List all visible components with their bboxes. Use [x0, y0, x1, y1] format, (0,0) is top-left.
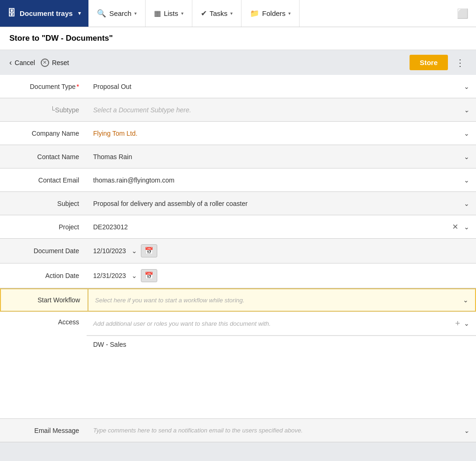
project-row: Project DE2023012 ✕ ⌄: [0, 215, 476, 239]
action-date-field[interactable]: 12/31/2023 ⌄ 📅: [87, 263, 476, 288]
doc-date-field[interactable]: 12/10/2023 ⌄ 📅: [87, 239, 476, 263]
folders-icon: 📁: [250, 9, 259, 18]
project-field[interactable]: DE2023012 ✕ ⌄: [87, 215, 476, 238]
folders-chevron-icon: ▾: [288, 11, 291, 16]
email-row: Email Message Type comments here to send…: [0, 419, 476, 442]
reset-label: Reset: [52, 59, 69, 66]
doc-trays-icon: 🗄: [7, 8, 16, 18]
subject-field[interactable]: Proposal for delivery and assembly of a …: [87, 192, 476, 215]
contact-email-chevron-icon[interactable]: ⌄: [464, 176, 469, 184]
contact-name-chevron-icon[interactable]: ⌄: [464, 153, 469, 161]
access-value: DW - Sales: [93, 341, 126, 348]
company-name-label: Company Name: [0, 122, 87, 145]
contact-email-row: Contact Email thomas.rain@flyingtom.com …: [0, 168, 476, 192]
page-title-bar: Store to "DW - Documents": [0, 27, 476, 50]
access-add-button[interactable]: +: [455, 319, 460, 329]
company-name-row: Company Name Flying Tom Ltd. ⌄: [0, 122, 476, 145]
action-date-label: Action Date: [0, 263, 87, 288]
search-label: Search: [109, 9, 132, 17]
store-label: Store: [420, 59, 438, 66]
contact-name-value: Thomas Rain: [93, 153, 460, 161]
action-date-chevron-icon[interactable]: ⌄: [132, 272, 137, 279]
doc-type-label: Document Type*: [0, 75, 87, 98]
access-area: Add additional user or roles you want to…: [87, 312, 476, 418]
contact-name-field[interactable]: Thomas Rain ⌄: [87, 145, 476, 168]
doc-trays-label: Document trays: [20, 9, 73, 17]
doc-trays-nav[interactable]: 🗄 Document trays ▾: [0, 0, 88, 27]
contact-email-label: Contact Email: [0, 168, 87, 191]
subject-value: Proposal for delivery and assembly of a …: [93, 200, 460, 207]
company-name-value: Flying Tom Ltd.: [93, 130, 460, 137]
folders-nav-item[interactable]: 📁 Folders ▾: [242, 0, 300, 27]
project-chevron-icon[interactable]: ⌄: [464, 223, 469, 231]
doc-type-chevron-icon[interactable]: ⌄: [464, 83, 469, 90]
lists-icon: ▦: [154, 9, 161, 18]
lists-nav-item[interactable]: ▦ Lists ▾: [146, 0, 192, 27]
action-date-wrap: 12/31/2023 ⌄ 📅: [93, 269, 157, 282]
toolbar: ‹ Cancel ✕ Reset Store ⋮: [0, 50, 476, 75]
monitor-icon[interactable]: ⬜: [457, 8, 469, 19]
subtype-placeholder: Select a Document Subtype here.: [93, 106, 460, 114]
workflow-label: Start Workflow: [1, 289, 88, 311]
lists-chevron-icon: ▾: [181, 11, 183, 16]
access-value-row: DW - Sales: [87, 336, 476, 353]
doc-date-select[interactable]: 12/10/2023 ⌄: [93, 247, 137, 255]
doc-date-label: Document Date: [0, 239, 87, 263]
tasks-chevron-icon: ▾: [230, 11, 233, 16]
tasks-icon: ✔: [201, 9, 207, 18]
project-value: DE2023012: [93, 223, 452, 231]
doc-date-calendar-button[interactable]: 📅: [141, 244, 157, 257]
doc-date-value: 12/10/2023: [93, 247, 126, 255]
doc-trays-chevron-icon: ▾: [78, 10, 81, 16]
contact-email-value: thomas.rain@flyingtom.com: [93, 176, 460, 184]
email-field[interactable]: Type comments here to send a notificatio…: [87, 419, 476, 442]
contact-email-field[interactable]: thomas.rain@flyingtom.com ⌄: [87, 168, 476, 191]
subject-label: Subject: [0, 192, 87, 215]
lists-label: Lists: [164, 9, 178, 17]
reset-icon: ✕: [41, 59, 49, 67]
email-label: Email Message: [0, 419, 87, 442]
subject-row: Subject Proposal for delivery and assemb…: [0, 192, 476, 215]
store-button[interactable]: Store: [410, 55, 448, 70]
access-placeholder: Add additional user or roles you want to…: [93, 320, 455, 327]
workflow-placeholder: Select here if you want to start a workf…: [95, 297, 459, 304]
subject-chevron-icon[interactable]: ⌄: [464, 200, 469, 207]
action-date-value: 12/31/2023: [93, 272, 126, 279]
cancel-button[interactable]: ‹ Cancel: [9, 59, 35, 67]
form-area: Document Type* Proposal Out ⌄ └Subtype S…: [0, 75, 476, 461]
email-chevron-icon[interactable]: ⌄: [464, 427, 469, 434]
project-label: Project: [0, 215, 87, 238]
nav-right: ⬜: [449, 8, 476, 19]
company-name-chevron-icon[interactable]: ⌄: [464, 130, 469, 137]
action-date-calendar-button[interactable]: 📅: [141, 269, 157, 282]
access-row: Access Add additional user or roles you …: [0, 312, 476, 419]
company-name-field[interactable]: Flying Tom Ltd. ⌄: [87, 122, 476, 145]
doc-type-value: Proposal Out: [93, 83, 460, 90]
doc-type-field[interactable]: Proposal Out ⌄: [87, 75, 476, 98]
search-icon: 🔍: [97, 9, 106, 18]
top-navigation: 🗄 Document trays ▾ 🔍 Search ▾ ▦ Lists ▾ …: [0, 0, 476, 27]
page-title: Store to "DW - Documents": [9, 34, 113, 43]
access-chevron-icon[interactable]: ⌄: [464, 320, 469, 327]
tasks-nav-item[interactable]: ✔ Tasks ▾: [192, 0, 242, 27]
access-label: Access: [0, 312, 87, 418]
project-clear-icon[interactable]: ✕: [452, 222, 458, 231]
reset-button[interactable]: ✕ Reset: [41, 59, 69, 67]
doc-type-row: Document Type* Proposal Out ⌄: [0, 75, 476, 98]
search-nav-item[interactable]: 🔍 Search ▾: [88, 0, 146, 27]
tasks-label: Tasks: [210, 9, 227, 17]
access-empty-area: [87, 353, 476, 418]
action-date-select[interactable]: 12/31/2023 ⌄: [93, 272, 137, 279]
workflow-chevron-icon[interactable]: ⌄: [463, 296, 469, 304]
workflow-field[interactable]: Select here if you want to start a workf…: [88, 289, 475, 311]
access-content-rows: DW - Sales: [87, 335, 476, 418]
access-top: Add additional user or roles you want to…: [87, 312, 476, 335]
contact-name-label: Contact Name: [0, 145, 87, 168]
subtype-label: └Subtype: [0, 98, 87, 121]
subtype-field[interactable]: Select a Document Subtype here. ⌄: [87, 98, 476, 121]
more-options-button[interactable]: ⋮: [454, 57, 467, 68]
subtype-row: └Subtype Select a Document Subtype here.…: [0, 98, 476, 122]
doc-date-row: Document Date 12/10/2023 ⌄ 📅: [0, 239, 476, 263]
doc-date-chevron-icon[interactable]: ⌄: [132, 247, 137, 255]
subtype-chevron-icon[interactable]: ⌄: [464, 106, 469, 114]
